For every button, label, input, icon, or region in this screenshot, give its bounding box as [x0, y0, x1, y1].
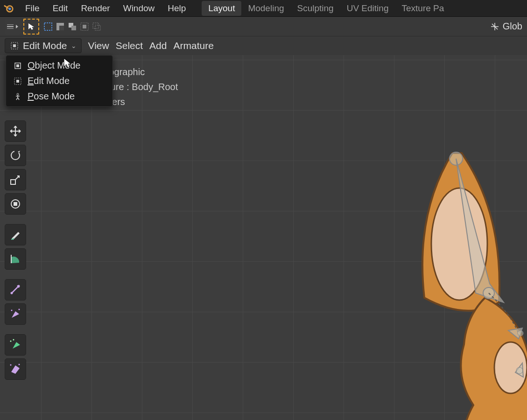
mode-dropdown-panel: Object Mode Edit Mode Pose Mode — [6, 55, 113, 107]
tool-rotate[interactable] — [5, 145, 26, 166]
tool-shear[interactable] — [5, 358, 26, 380]
menu-file[interactable]: File — [19, 1, 46, 15]
menu-render[interactable]: Render — [74, 1, 116, 15]
svg-rect-6 — [71, 26, 76, 30]
transform-orientation[interactable]: Glob — [490, 21, 522, 32]
svg-point-22 — [18, 285, 20, 287]
blender-logo-icon — [4, 3, 14, 14]
tool-scale[interactable] — [5, 169, 26, 190]
transform-orientation-label: Glob — [503, 21, 522, 32]
svg-point-23 — [11, 292, 13, 294]
workspace-tab-modeling[interactable]: Modeling — [241, 1, 290, 16]
svg-rect-19 — [11, 180, 15, 184]
svg-rect-10 — [95, 25, 100, 30]
svg-point-26 — [10, 341, 12, 342]
dropdown-item-label: Edit Mode — [28, 76, 70, 86]
editor-header: Edit Mode ⌄ View Select Add Armature Obj… — [0, 36, 527, 55]
svg-point-29 — [19, 364, 20, 365]
svg-rect-2 — [44, 23, 52, 30]
menu-window[interactable]: Window — [117, 1, 162, 15]
tool-move[interactable] — [5, 120, 26, 142]
overlay-line1-suffix: ographic — [109, 67, 145, 77]
svg-rect-8 — [83, 25, 86, 28]
editor-menu-add[interactable]: Add — [149, 40, 167, 51]
svg-rect-16 — [16, 80, 19, 83]
select-invert-icon[interactable] — [54, 21, 66, 33]
3d-viewport[interactable]: XXXXXXXXXXographic XXXXXXXXXature : Body… — [0, 55, 527, 420]
menu-edit[interactable]: Edit — [46, 1, 75, 15]
select-tool-active[interactable] — [23, 19, 39, 35]
workspace-tab-sculpting[interactable]: Sculpting — [291, 1, 340, 16]
corgi-character — [382, 144, 527, 420]
dropdown-item-label: Pose Mode — [28, 91, 75, 102]
snap-dropdown[interactable] — [5, 19, 21, 35]
svg-point-35 — [516, 367, 523, 374]
pose-mode-icon — [13, 92, 23, 101]
select-extend-icon[interactable] — [66, 21, 78, 33]
chevron-down-icon: ⌄ — [71, 42, 77, 49]
dropdown-item-edit-mode[interactable]: Edit Mode — [6, 73, 112, 89]
workspace-tab-texture-paint[interactable]: Texture Pa — [395, 1, 450, 16]
select-box-icon[interactable] — [42, 21, 54, 33]
tool-measure[interactable] — [5, 248, 26, 270]
mode-label: Edit Mode — [23, 40, 67, 51]
tool-bone-roll[interactable] — [5, 279, 26, 301]
editor-menu-armature[interactable]: Armature — [173, 40, 213, 51]
overlay-line2: ature : Body_Root — [103, 82, 178, 92]
editor-menu-select[interactable]: Select — [116, 40, 143, 51]
svg-rect-4 — [59, 26, 64, 30]
top-menu-bar: File Edit Render Window Help Layout Mode… — [0, 0, 527, 17]
svg-point-25 — [19, 309, 20, 310]
select-subtract-icon[interactable] — [78, 21, 91, 33]
mode-dropdown-button[interactable]: Edit Mode ⌄ — [5, 38, 82, 53]
dropdown-item-pose-mode[interactable]: Pose Mode — [6, 89, 112, 104]
tool-bone-size[interactable] — [5, 303, 26, 325]
svg-point-27 — [13, 339, 14, 341]
svg-point-17 — [17, 93, 19, 95]
svg-point-28 — [10, 364, 12, 366]
workspace-tab-layout[interactable]: Layout — [202, 1, 241, 16]
edit-mode-icon — [13, 77, 23, 85]
object-mode-icon — [13, 62, 23, 70]
dropdown-item-label: Object Mode — [28, 60, 80, 71]
svg-rect-9 — [93, 23, 98, 28]
left-toolbar — [5, 120, 26, 380]
tool-transform[interactable] — [5, 193, 26, 215]
svg-point-1 — [8, 7, 11, 10]
dropdown-item-object-mode[interactable]: Object Mode — [6, 58, 112, 73]
svg-rect-14 — [16, 64, 19, 67]
svg-point-24 — [11, 310, 13, 311]
tool-annotate[interactable] — [5, 224, 26, 245]
tool-extrude[interactable] — [5, 334, 26, 356]
tool-settings-bar: Glob — [0, 17, 527, 36]
workspace-tab-uv-editing[interactable]: UV Editing — [340, 1, 395, 16]
svg-rect-12 — [13, 44, 16, 47]
svg-rect-21 — [14, 202, 17, 206]
menu-help[interactable]: Help — [161, 1, 192, 15]
select-intersect-icon[interactable] — [91, 21, 103, 33]
svg-point-34 — [518, 330, 523, 336]
select-mode-cluster — [42, 21, 103, 33]
svg-point-18 — [11, 151, 20, 160]
editor-menu-view[interactable]: View — [88, 40, 109, 51]
